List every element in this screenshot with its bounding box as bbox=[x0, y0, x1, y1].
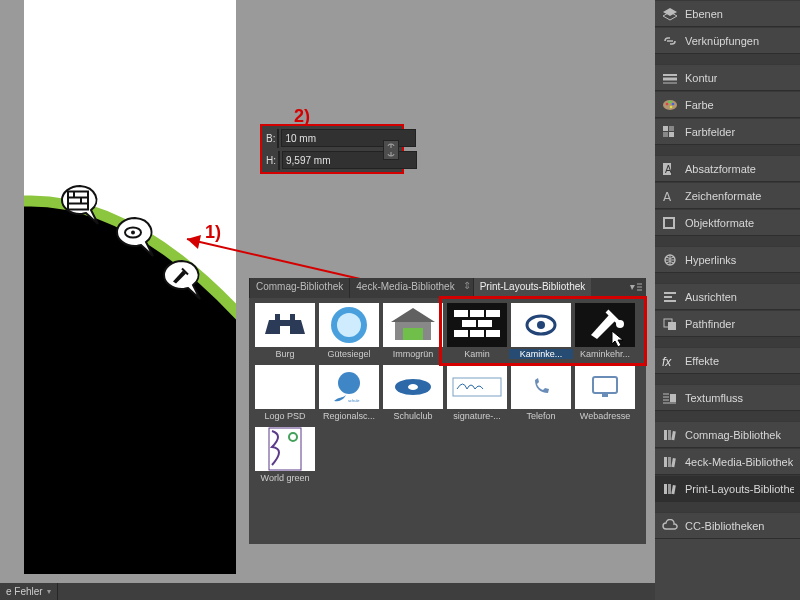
library-item[interactable]: Burg bbox=[255, 303, 315, 359]
house-thumb bbox=[383, 303, 443, 347]
dock-item-verkn-pfungen[interactable]: Verknüpfungen bbox=[655, 27, 800, 54]
library-item[interactable]: Immogrün bbox=[383, 303, 443, 359]
svg-text:fx: fx bbox=[662, 355, 672, 367]
library-item[interactable]: Kaminkehr... bbox=[575, 303, 635, 359]
dock-item-kontur[interactable]: Kontur bbox=[655, 64, 800, 91]
dock-item-farbe[interactable]: Farbe bbox=[655, 91, 800, 118]
screen-thumb bbox=[575, 365, 635, 409]
library-item[interactable]: schule Regionalsc... bbox=[319, 365, 379, 421]
gear-thumb bbox=[511, 303, 571, 347]
library-item-label: Regionalsc... bbox=[317, 411, 381, 421]
height-stepper[interactable] bbox=[278, 151, 280, 170]
dock-item-ausrichten[interactable]: Ausrichten bbox=[655, 283, 800, 310]
dock-item-commag-bibliothek[interactable]: Commag-Bibliothek bbox=[655, 421, 800, 448]
tab-sort-icon[interactable]: ⇕ bbox=[461, 278, 473, 298]
paragraph-icon: A bbox=[661, 160, 679, 178]
svg-point-28 bbox=[537, 321, 545, 329]
library-item-label: Burg bbox=[253, 349, 317, 359]
svg-rect-19 bbox=[454, 310, 468, 317]
dock-item-hyperlinks[interactable]: Hyperlinks bbox=[655, 246, 800, 273]
library-item-label: Kaminke... bbox=[509, 349, 573, 359]
width-stepper[interactable] bbox=[277, 129, 279, 148]
svg-rect-73 bbox=[668, 457, 671, 467]
dock-item-ebenen[interactable]: Ebenen bbox=[655, 0, 800, 27]
library-item[interactable]: Schulclub bbox=[383, 365, 443, 421]
tab-commag-bibliothek[interactable]: Commag-Bibliothek bbox=[249, 278, 349, 298]
tab-4eck-media-bibliothek[interactable]: 4eck-Media-Bibliothek bbox=[349, 278, 460, 298]
dock-group-separator bbox=[655, 236, 800, 246]
svg-marker-17 bbox=[391, 308, 435, 322]
transform-panel[interactable]: B: H: bbox=[260, 124, 404, 174]
library-item[interactable]: Telefon bbox=[511, 365, 571, 421]
dock-item-objektformate[interactable]: Objektformate bbox=[655, 209, 800, 236]
color-icon bbox=[661, 96, 679, 114]
dock-item-textumfluss[interactable]: Textumfluss bbox=[655, 384, 800, 411]
bricks-thumb bbox=[447, 303, 507, 347]
dock-group-separator bbox=[655, 502, 800, 512]
svg-rect-76 bbox=[668, 484, 671, 494]
svg-rect-35 bbox=[593, 377, 617, 393]
dock-item-farbfelder[interactable]: Farbfelder bbox=[655, 118, 800, 145]
pathfinder-icon bbox=[661, 315, 679, 333]
constrain-proportions-button[interactable] bbox=[383, 140, 399, 160]
tab-print-layouts-bibliothek[interactable]: Print-Layouts-Bibliothek bbox=[473, 278, 592, 298]
dock-item-label: Zeichenformate bbox=[685, 190, 761, 202]
dock-item-cc-bibliotheken[interactable]: CC-Bibliotheken bbox=[655, 512, 800, 539]
dock-item-pathfinder[interactable]: Pathfinder bbox=[655, 310, 800, 337]
svg-rect-0 bbox=[68, 191, 88, 209]
dock-item-label: Effekte bbox=[685, 355, 719, 367]
sweep-thumb bbox=[575, 303, 635, 347]
status-text[interactable]: e Fehler▾ bbox=[0, 583, 58, 600]
phone-thumb bbox=[511, 365, 571, 409]
stroke-icon bbox=[661, 69, 679, 87]
svg-rect-21 bbox=[486, 310, 500, 317]
svg-rect-20 bbox=[470, 310, 484, 317]
dock-item-print-layouts-bibliothek[interactable]: Print-Layouts-Bibliothek bbox=[655, 475, 800, 502]
worldgreen-thumb bbox=[255, 427, 315, 471]
library-item[interactable]: World green bbox=[255, 427, 315, 483]
globe-thumb: schule bbox=[319, 365, 379, 409]
height-label: H: bbox=[266, 155, 276, 166]
svg-rect-75 bbox=[664, 484, 667, 494]
library-item[interactable]: Gütesiegel bbox=[319, 303, 379, 359]
dock-item-absatzformate[interactable]: AAbsatzformate bbox=[655, 155, 800, 182]
svg-rect-69 bbox=[664, 430, 667, 440]
book-icon bbox=[661, 426, 679, 444]
svg-rect-72 bbox=[664, 457, 667, 467]
library-item[interactable]: signature-... bbox=[447, 365, 507, 421]
fx-icon: fx bbox=[661, 352, 679, 370]
layers-icon bbox=[661, 5, 679, 23]
svg-rect-56 bbox=[664, 218, 674, 228]
library-item[interactable]: Kaminke... bbox=[511, 303, 571, 359]
library-item-label: Kaminkehr... bbox=[573, 349, 637, 359]
book-icon bbox=[661, 480, 679, 498]
dock-item-effekte[interactable]: fxEffekte bbox=[655, 347, 800, 374]
library-item-label: Gütesiegel bbox=[317, 349, 381, 359]
library-item[interactable]: Kamin bbox=[447, 303, 507, 359]
svg-text:schule: schule bbox=[348, 398, 360, 403]
annotation-arrow bbox=[0, 0, 1, 1]
svg-point-46 bbox=[669, 100, 672, 103]
svg-rect-49 bbox=[663, 126, 668, 131]
blank-thumb bbox=[255, 365, 315, 409]
dock-group-separator bbox=[655, 273, 800, 283]
svg-rect-64 bbox=[670, 394, 676, 402]
svg-rect-52 bbox=[669, 132, 674, 137]
svg-marker-9 bbox=[630, 285, 635, 290]
dock-item-label: Textumfluss bbox=[685, 392, 743, 404]
dock-item-label: Objektformate bbox=[685, 217, 754, 229]
dock-item-zeichenformate[interactable]: A̲Zeichenformate bbox=[655, 182, 800, 209]
library-panel[interactable]: Commag-Bibliothek 4eck-Media-Bibliothek … bbox=[249, 278, 646, 544]
svg-rect-62 bbox=[668, 322, 676, 330]
library-item[interactable]: Logo PSD bbox=[255, 365, 315, 421]
dock-group-separator bbox=[655, 337, 800, 347]
panel-menu-button[interactable] bbox=[626, 278, 646, 298]
svg-rect-50 bbox=[669, 126, 674, 131]
swatches-icon bbox=[661, 123, 679, 141]
dock-group-separator bbox=[655, 411, 800, 421]
dock-item-label: Print-Layouts-Bibliothek bbox=[685, 483, 794, 495]
svg-rect-22 bbox=[462, 320, 476, 327]
dock-item-4eck-media-bibliothek[interactable]: 4eck-Media-Bibliothek bbox=[655, 448, 800, 475]
dock-item-label: CC-Bibliotheken bbox=[685, 520, 764, 532]
library-item[interactable]: Webadresse bbox=[575, 365, 635, 421]
